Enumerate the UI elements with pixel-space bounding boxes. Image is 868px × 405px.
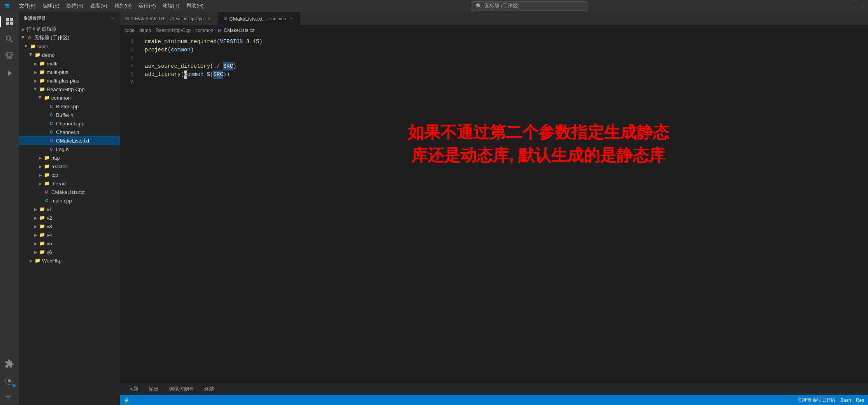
v5-label: v5 bbox=[47, 241, 52, 247]
thread-arrow: ▶ bbox=[37, 180, 44, 187]
activity-docker[interactable] bbox=[2, 391, 16, 405]
tree-item-tcp[interactable]: ▶ 📁 tcp bbox=[19, 171, 120, 179]
line-numbers: 1 2 3 4 5 6 bbox=[120, 35, 139, 383]
menu-help[interactable]: 帮助(H) bbox=[183, 2, 207, 10]
menu-run[interactable]: 运行(R) bbox=[135, 2, 159, 10]
tree-item-cmakelists-common[interactable]: ▶ M CMakeLists.txt bbox=[19, 136, 120, 145]
v5-arrow: ▶ bbox=[33, 240, 39, 247]
panel-tab-output[interactable]: 输出 bbox=[144, 384, 163, 395]
thread-folder-icon: 📁 bbox=[44, 180, 50, 187]
tree-item-demo[interactable]: ▶ 📁 demo bbox=[19, 51, 120, 59]
tree-item-multi-plus-plus[interactable]: ▶ 📁 multi-plus-plus bbox=[19, 76, 120, 85]
menu-edit[interactable]: 编辑(E) bbox=[40, 2, 63, 10]
v2-arrow: ▶ bbox=[33, 215, 39, 221]
tree-item-common[interactable]: ▶ 📁 common bbox=[19, 93, 120, 102]
nav-forward-icon[interactable]: → bbox=[859, 3, 864, 9]
tree-item-v2[interactable]: ▶ 📁 v2 bbox=[19, 213, 120, 222]
breadcrumb-demo[interactable]: demo bbox=[139, 28, 151, 33]
activity-extensions[interactable] bbox=[2, 357, 16, 371]
tree-item-multi[interactable]: ▶ 📁 multi bbox=[19, 59, 120, 68]
tree-item-channel-cpp[interactable]: ▶ C Channel.cpp bbox=[19, 119, 120, 128]
tree-item-webhttp[interactable]: ▶ 📁 WebHttp bbox=[19, 256, 120, 265]
search-box[interactable]: 🔍 无标题 (工作区) bbox=[471, 1, 587, 11]
punc-6: ) bbox=[233, 62, 236, 70]
tree-item-v3[interactable]: ▶ 📁 v3 bbox=[19, 222, 120, 231]
tree-item-multi-plus[interactable]: ▶ 📁 multi-plus bbox=[19, 68, 120, 76]
reactorhttp-arrow: ▶ bbox=[33, 86, 39, 92]
code-editor[interactable]: 1 2 3 4 5 6 cmake_minimum_required(VERSI… bbox=[120, 35, 868, 383]
tab2-label: CMakeLists.txt bbox=[229, 16, 262, 22]
menu-terminal[interactable]: 终端(T) bbox=[160, 2, 182, 10]
panel-tab-debug-console[interactable]: 调试控制台 bbox=[164, 384, 199, 395]
tab-cmakelists-common[interactable]: M CMakeLists.txt .../common × bbox=[218, 12, 300, 25]
tab-cmakelists-reactorhttp[interactable]: M CMakeLists.txt .../ReactorHttp-Cpp × bbox=[120, 12, 218, 25]
svg-rect-2 bbox=[5, 396, 7, 397]
tree-item-reactor[interactable]: ▶ 📁 reactor bbox=[19, 162, 120, 171]
search-icon: 🔍 bbox=[476, 3, 482, 9]
panel-tab-terminal[interactable]: 终端 bbox=[200, 384, 219, 395]
tree-item-cmakelists-root[interactable]: ▶ M CMakeLists.txt bbox=[19, 188, 120, 196]
tree-item-v5[interactable]: ▶ 📁 v5 bbox=[19, 239, 120, 248]
open-editors-group[interactable]: ▶ 打开的编辑器 bbox=[19, 25, 120, 33]
tree-item-v4[interactable]: ▶ 📁 v4 bbox=[19, 231, 120, 239]
tree-item-thread[interactable]: ▶ 📁 thread bbox=[19, 179, 120, 188]
workspace-root[interactable]: ▶ ⊙ 无标题 (工作区) bbox=[19, 33, 120, 42]
cmakelists-common-icon: M bbox=[48, 137, 54, 144]
activity-source-control[interactable] bbox=[2, 49, 16, 63]
v4-label: v4 bbox=[47, 232, 52, 238]
tree-item-buffer-cpp[interactable]: ▶ C Buffer.cpp bbox=[19, 102, 120, 111]
breadcrumb-code[interactable]: code bbox=[125, 28, 135, 33]
breadcrumb-cmakelists[interactable]: CMakeLists.txt bbox=[224, 28, 254, 33]
svg-rect-5 bbox=[7, 398, 9, 399]
nav-back-icon[interactable]: ← bbox=[852, 3, 856, 9]
tree-item-http[interactable]: ▶ 📁 http bbox=[19, 153, 120, 162]
menu-selection[interactable]: 选择(S) bbox=[63, 2, 86, 10]
menu-goto[interactable]: 转到(G) bbox=[111, 2, 135, 10]
editor-area: M CMakeLists.txt .../ReactorHttp-Cpp × M… bbox=[120, 12, 868, 405]
workspace-arrow: ▶ bbox=[20, 35, 26, 41]
tree-item-v1[interactable]: ▶ 📁 v1 bbox=[19, 205, 120, 213]
activity-run[interactable] bbox=[2, 66, 16, 80]
tab2-close[interactable]: × bbox=[288, 16, 295, 22]
cmakelists-common-label: CMakeLists.txt bbox=[56, 138, 89, 144]
tree-item-log-h[interactable]: ▶ C Log.h bbox=[19, 145, 120, 153]
panel-tab-problems[interactable]: 问题 bbox=[124, 384, 143, 395]
fn-cmake-min: cmake_minimum_required bbox=[145, 38, 217, 46]
channel-h-label: Channel.h bbox=[56, 129, 79, 135]
v3-folder-icon: 📁 bbox=[39, 223, 45, 229]
multi-plus-plus-arrow: ▶ bbox=[33, 77, 39, 84]
tree-item-reactorhttp[interactable]: ▶ 📁 ReactorHttp-Cpp bbox=[19, 85, 120, 93]
workspace-folder-icon: ⊙ bbox=[26, 35, 33, 41]
v1-folder-icon: 📁 bbox=[39, 206, 45, 212]
v6-label: v6 bbox=[47, 249, 52, 255]
tcp-folder-icon: 📁 bbox=[44, 172, 50, 178]
activity-search[interactable] bbox=[2, 32, 16, 46]
v1-label: v1 bbox=[47, 206, 52, 212]
punc-1: ( bbox=[217, 38, 220, 46]
multi-plus-plus-label: multi-plus-plus bbox=[47, 78, 79, 84]
tree-item-v6[interactable]: ▶ 📁 v6 bbox=[19, 248, 120, 256]
title-search-area: 🔍 无标题 (工作区) bbox=[213, 1, 845, 11]
breadcrumb-common[interactable]: common bbox=[195, 28, 213, 33]
tab2-icon: M bbox=[223, 16, 227, 21]
http-arrow: ▶ bbox=[37, 155, 44, 161]
menu-file[interactable]: 文件(F) bbox=[16, 2, 39, 10]
tab1-close[interactable]: × bbox=[206, 16, 212, 22]
tree-item-code[interactable]: ▶ 📁 code bbox=[19, 42, 120, 51]
sidebar-more-button[interactable]: ··· bbox=[109, 15, 115, 22]
channel-h-icon: C bbox=[48, 129, 54, 135]
tree-item-buffer-h[interactable]: ▶ C Buffer.h bbox=[19, 111, 120, 119]
tree-item-channel-h[interactable]: ▶ C Channel.h bbox=[19, 128, 120, 136]
sidebar-title: 资源管理器 bbox=[23, 16, 46, 21]
code-line-1: cmake_minimum_required(VERSION 3.15) bbox=[145, 38, 868, 46]
activity-explorer[interactable] bbox=[2, 15, 16, 29]
v3-label: v3 bbox=[47, 224, 52, 229]
status-bash: Bash bbox=[840, 398, 851, 403]
open-editors-label: 打开的编辑器 bbox=[26, 26, 57, 33]
menu-view[interactable]: 查看(V) bbox=[87, 2, 110, 10]
tree-item-main-cpp[interactable]: ▶ C main.cpp bbox=[19, 196, 120, 205]
demo-label: demo bbox=[42, 52, 55, 58]
code-content[interactable]: cmake_minimum_required(VERSION 3.15) pro… bbox=[139, 35, 868, 383]
activity-remote[interactable] bbox=[2, 374, 16, 388]
breadcrumb-reactorhttp[interactable]: ReactorHttp-Cpp bbox=[156, 28, 191, 33]
